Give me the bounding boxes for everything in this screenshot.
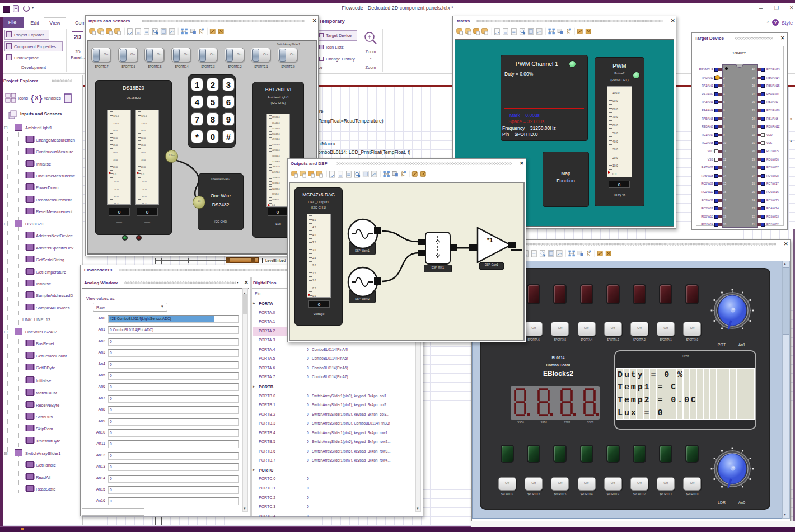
svg-text:Icons: Icons (18, 96, 28, 101)
svg-text:}: } (39, 94, 43, 103)
svg-text:Variables: Variables (44, 96, 61, 101)
svg-text:{: { (31, 94, 34, 103)
svg-text:*1: *1 (487, 237, 493, 243)
svg-text:X: X (35, 95, 39, 101)
